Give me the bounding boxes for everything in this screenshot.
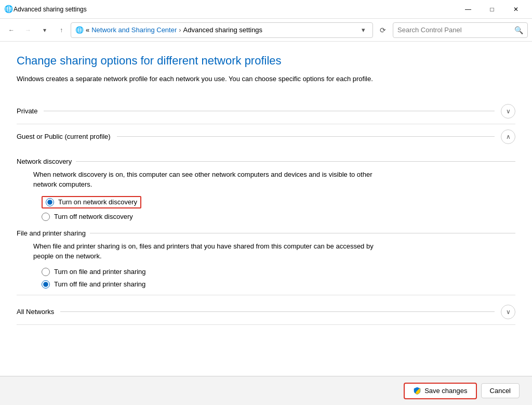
forward-button[interactable]: → [21,23,35,37]
highlight-box: Turn on network discovery [42,196,141,208]
recent-button[interactable]: ▾ [37,23,52,37]
page-description: Windows creates a separate network profi… [17,74,411,84]
subsection-network-discovery: Network discovery When network discovery… [17,158,515,221]
section-private-label: Private [17,107,37,115]
breadcrumb-separator: « [86,26,89,34]
back-button[interactable]: ← [4,23,19,37]
maximize-button[interactable]: □ [480,0,504,19]
radio-nd-on-input[interactable] [46,198,54,206]
section-private-toggle[interactable]: ∨ [501,104,515,119]
bottom-bar: Save changes Cancel [0,376,532,405]
breadcrumb: 🌐 « Network and Sharing Center › Advance… [71,22,373,38]
radio-nd-off[interactable]: Turn off network discovery [42,213,515,221]
breadcrumb-current: Advanced sharing settings [183,26,262,34]
addressbar: ← → ▾ ↑ 🌐 « Network and Sharing Center ›… [0,19,532,42]
file-printer-description: When file and printer sharing is on, fil… [33,241,387,262]
radio-nd-on[interactable]: Turn on network discovery [42,196,515,208]
app-icon: 🌐 [4,5,14,14]
section-guest-public: Guest or Public (current profile) ∧ Netw… [17,124,515,295]
radio-fp-off[interactable]: Turn off file and printer sharing [42,280,515,289]
radio-fp-on[interactable]: Turn on file and printer sharing [42,268,515,276]
search-icon: 🔍 [514,26,523,34]
section-divider [44,111,495,111]
section-guest-public-label: Guest or Public (current profile) [17,133,111,140]
radio-fp-on-input[interactable] [42,268,50,276]
titlebar: 🌐 Advanced sharing settings — □ ✕ [0,0,532,19]
section-all-networks-toggle[interactable]: ∨ [501,305,515,319]
window-title: Advanced sharing settings [14,6,456,13]
breadcrumb-arrow: › [179,26,181,34]
section-guest-public-header[interactable]: Guest or Public (current profile) ∧ [17,124,515,149]
shield-icon [413,387,421,395]
save-changes-button[interactable]: Save changes [404,383,476,399]
radio-fp-off-input[interactable] [42,280,50,289]
search-input[interactable] [397,26,512,34]
radio-fp-off-label: Turn off file and printer sharing [54,280,145,288]
radio-fp-on-label: Turn on file and printer sharing [54,268,146,276]
section-all-networks[interactable]: All Networks ∨ [17,299,515,325]
search-bar: 🔍 [393,22,528,38]
minimize-button[interactable]: — [456,0,480,19]
network-discovery-options: Turn on network discovery Turn off netwo… [42,196,515,221]
section-all-networks-label: All Networks [17,308,54,316]
breadcrumb-icon: 🌐 [75,26,84,34]
close-button[interactable]: ✕ [504,0,528,19]
subsection-file-printer-label: File and printer sharing [17,229,515,237]
section-divider [117,136,495,137]
section-private[interactable]: Private ∨ [17,99,515,124]
window-controls: — □ ✕ [456,0,528,19]
section-divider [60,311,495,312]
subsection-divider [76,161,515,162]
cancel-button[interactable]: Cancel [481,383,520,398]
radio-nd-off-input[interactable] [42,213,50,221]
network-discovery-description: When network discovery is on, this compu… [33,169,387,190]
refresh-button[interactable]: ⟳ [375,22,391,38]
subsection-divider [90,233,515,233]
breadcrumb-link[interactable]: Network and Sharing Center [91,26,177,34]
main-content: Change sharing options for different net… [0,42,532,405]
up-button[interactable]: ↑ [54,23,69,37]
file-printer-options: Turn on file and printer sharing Turn of… [42,268,515,289]
save-changes-label: Save changes [424,387,467,395]
subsection-file-printer: File and printer sharing When file and p… [17,229,515,289]
breadcrumb-dropdown[interactable]: ▾ [358,23,368,37]
page-title: Change sharing options for different net… [17,54,515,68]
section-guest-public-toggle[interactable]: ∧ [501,129,515,144]
radio-nd-on-label: Turn on network discovery [58,198,137,206]
radio-nd-off-label: Turn off network discovery [54,213,133,220]
subsection-network-discovery-label: Network discovery [17,158,515,165]
